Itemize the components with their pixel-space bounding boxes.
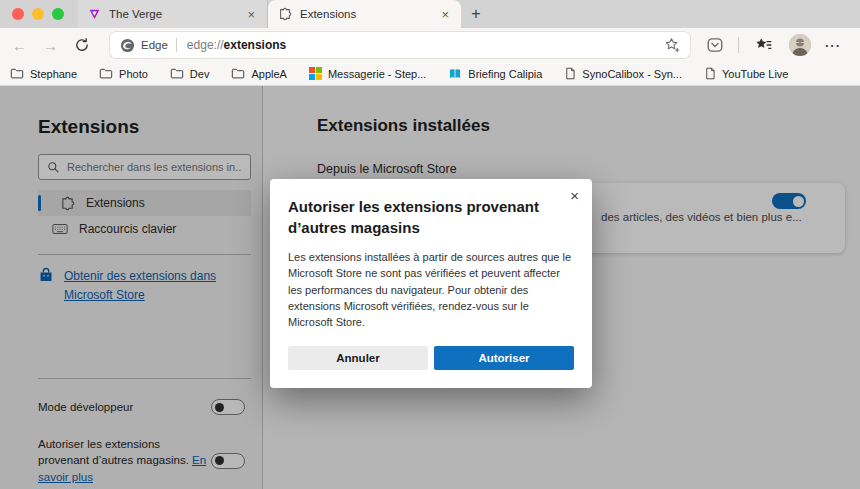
page-icon: [704, 67, 716, 80]
close-window-button[interactable]: [12, 8, 24, 20]
toolbar-divider: [738, 37, 739, 53]
tab-the-verge[interactable]: The Verge ×: [78, 0, 268, 28]
tab-strip: The Verge × Extensions × +: [0, 0, 860, 28]
puzzle-favicon-icon: [278, 7, 292, 21]
minimize-window-button[interactable]: [32, 8, 44, 20]
reload-icon[interactable]: [74, 37, 90, 53]
zoom-window-button[interactable]: [52, 8, 64, 20]
add-favorite-star-icon[interactable]: [664, 37, 680, 53]
address-bar[interactable]: Edge edge:// extensions: [110, 32, 690, 58]
folder-icon: [170, 67, 184, 80]
new-tab-button[interactable]: +: [461, 0, 491, 28]
bookmark-folder-stephane[interactable]: Stephane: [10, 67, 77, 80]
profile-avatar[interactable]: [789, 34, 811, 56]
folder-icon: [231, 67, 245, 80]
allow-extensions-dialog: × Autoriser les extensions provenant d’a…: [270, 179, 592, 388]
bookmark-youtube-live[interactable]: YouTube Live: [704, 67, 788, 80]
bookmark-briefing-calipia[interactable]: Briefing Calipia: [448, 67, 542, 80]
tab-title: Extensions: [300, 8, 431, 20]
bookmark-label: Messagerie - Step...: [328, 68, 426, 80]
tab-extensions[interactable]: Extensions ×: [268, 0, 461, 28]
bookmarks-bar: Stephane Photo Dev AppleA Messagerie - S…: [0, 62, 860, 86]
url-divider: [176, 38, 177, 52]
bookmark-folder-dev[interactable]: Dev: [170, 67, 210, 80]
bookmark-label: YouTube Live: [722, 68, 788, 80]
cancel-button[interactable]: Annuler: [288, 346, 428, 370]
bookmark-folder-photo[interactable]: Photo: [99, 67, 148, 80]
bookmark-label: Photo: [119, 68, 148, 80]
book-icon: [448, 67, 462, 80]
authorize-button[interactable]: Autoriser: [434, 346, 574, 370]
more-menu-icon[interactable]: ···: [825, 38, 841, 53]
folder-icon: [10, 67, 24, 80]
url-scheme: edge://: [187, 38, 224, 52]
search-engine-label: Edge: [141, 39, 168, 51]
bookmark-label: Briefing Calipia: [468, 68, 542, 80]
tab-close-icon[interactable]: ×: [245, 7, 257, 22]
bookmark-messagerie[interactable]: Messagerie - Step...: [309, 67, 426, 80]
bookmark-synocalibox[interactable]: SynoCalibox - Syn...: [564, 67, 682, 80]
microsoft-logo-icon: [309, 67, 322, 80]
toolbar: ← → Edge edge:// extensions: [0, 28, 860, 62]
dialog-body-text: Les extensions installées à partir de so…: [288, 249, 574, 330]
bookmark-label: Stephane: [30, 68, 77, 80]
bookmark-label: AppleA: [251, 68, 286, 80]
bookmark-label: Dev: [190, 68, 210, 80]
favorites-hub-icon[interactable]: [755, 36, 773, 54]
tab-title: The Verge: [109, 8, 237, 20]
forward-icon[interactable]: →: [43, 38, 58, 53]
bookmark-label: SynoCalibox - Syn...: [582, 68, 682, 80]
folder-icon: [99, 67, 113, 80]
tab-close-icon[interactable]: ×: [439, 7, 451, 22]
back-icon[interactable]: ←: [12, 38, 27, 53]
edge-logo-icon: [120, 38, 135, 53]
pocket-icon[interactable]: [706, 36, 724, 54]
verge-favicon-icon: [88, 8, 101, 21]
page-icon: [564, 67, 576, 80]
url-host: extensions: [224, 38, 287, 52]
dialog-title: Autoriser les extensions provenant d’aut…: [288, 196, 574, 238]
bookmark-folder-applea[interactable]: AppleA: [231, 67, 286, 80]
dialog-actions: Annuler Autoriser: [288, 346, 574, 370]
dialog-close-icon[interactable]: ×: [570, 187, 579, 204]
window-controls: [0, 0, 78, 28]
